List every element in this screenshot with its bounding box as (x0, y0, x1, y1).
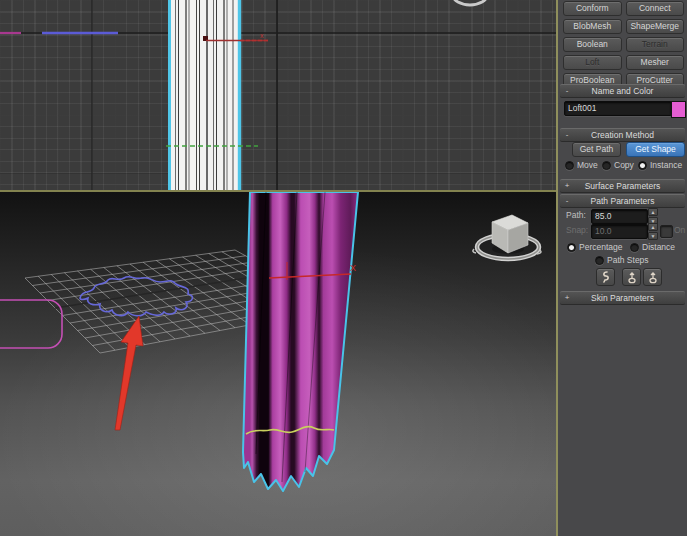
radio-percentage[interactable]: Percentage (567, 241, 622, 253)
previous-shape-button[interactable] (622, 268, 641, 286)
pick-shape-icon (600, 270, 612, 284)
compound-object-buttons: Conform Connect BlobMesh ShapeMerge Bool… (563, 1, 684, 88)
axis-x-label-front: x (260, 32, 264, 39)
rollout-title: Path Parameters (591, 196, 655, 206)
previous-shape-icon (626, 270, 638, 284)
command-panel: Conform Connect BlobMesh ShapeMerge Bool… (558, 0, 687, 536)
perspective-scene: X (0, 192, 556, 536)
snap-on-checkbox[interactable] (660, 225, 673, 238)
annotation-arrow (115, 316, 143, 430)
radio-label: Distance (642, 242, 675, 252)
rollout-skin-parameters[interactable]: + Skin Parameters (560, 291, 685, 305)
next-shape-icon (647, 270, 659, 284)
viewport-front[interactable]: x (0, 0, 557, 190)
radio-dot (602, 161, 611, 170)
rollout-title: Name and Color (592, 86, 654, 96)
next-shape-button[interactable] (643, 268, 662, 286)
radio-dot (565, 161, 574, 170)
radio-dot (567, 243, 576, 252)
collapse-icon: - (563, 87, 571, 95)
rect-spline[interactable] (0, 300, 62, 348)
rollout-creation-method[interactable]: - Creation Method (560, 128, 685, 142)
loft-column-front[interactable] (169, 0, 240, 190)
spinner-up-icon[interactable]: ▲ (648, 208, 658, 216)
object-color-swatch[interactable] (671, 101, 686, 118)
rollout-name-and-color[interactable]: - Name and Color (560, 84, 685, 98)
radio-path-steps[interactable]: Path Steps (595, 254, 649, 266)
expand-icon: + (563, 182, 571, 190)
loft-button[interactable]: Loft (563, 55, 622, 70)
snap-spinner[interactable]: ▲▼ (648, 223, 658, 238)
collapse-icon: - (563, 131, 571, 139)
expand-icon: + (563, 294, 571, 302)
get-path-button[interactable]: Get Path (572, 142, 621, 157)
path-value-field[interactable]: 85.0 (591, 209, 648, 224)
spinner-down-icon[interactable]: ▼ (648, 232, 658, 240)
spinner-up-icon[interactable]: ▲ (648, 223, 658, 231)
path-spinner[interactable]: ▲▼ (648, 208, 658, 223)
path-label: Path: (566, 209, 586, 222)
rollout-path-parameters[interactable]: - Path Parameters (560, 194, 685, 208)
radio-dot (595, 256, 604, 265)
radio-distance[interactable]: Distance (630, 241, 675, 253)
radio-label: Path Steps (607, 255, 649, 265)
pick-shape-button[interactable] (596, 268, 615, 286)
rollout-surface-parameters[interactable]: + Surface Parameters (560, 179, 685, 193)
blobmesh-button[interactable]: BlobMesh (563, 19, 622, 34)
radio-move[interactable]: Move (565, 159, 598, 171)
axis-x-label-perspective: X (350, 263, 356, 273)
radio-label: Copy (614, 160, 634, 170)
rollout-title: Skin Parameters (591, 293, 654, 303)
radio-copy[interactable]: Copy (602, 159, 634, 171)
terrain-button[interactable]: Terrain (626, 37, 685, 52)
radio-instance[interactable]: Instance (638, 159, 682, 171)
boolean-button[interactable]: Boolean (563, 37, 622, 52)
on-label: On (674, 224, 685, 237)
radio-dot (638, 161, 647, 170)
rollout-title: Creation Method (591, 130, 654, 140)
3ds-max-window: x (0, 0, 687, 536)
radio-dot (630, 243, 639, 252)
clipped-viewcube-ring[interactable] (453, 0, 487, 5)
viewport-perspective[interactable]: X (0, 192, 556, 536)
connect-button[interactable]: Connect (626, 1, 685, 16)
snap-label: Snap: (566, 224, 588, 237)
collapse-icon: - (563, 197, 571, 205)
loft-column-perspective[interactable] (243, 192, 358, 491)
mesher-button[interactable]: Mesher (626, 55, 685, 70)
get-shape-button[interactable]: Get Shape (626, 142, 685, 157)
rollout-title: Surface Parameters (585, 181, 661, 191)
viewcube-gizmo[interactable] (473, 215, 541, 259)
snap-value-field[interactable]: 10.0 (591, 224, 648, 239)
conform-button[interactable]: Conform (563, 1, 622, 16)
front-viewport-scene: x (0, 0, 557, 190)
object-name-field[interactable]: Loft001 (564, 101, 672, 116)
radio-label: Instance (650, 160, 682, 170)
radio-label: Move (577, 160, 598, 170)
shapemerge-button[interactable]: ShapeMerge (626, 19, 685, 34)
radio-label: Percentage (579, 242, 622, 252)
